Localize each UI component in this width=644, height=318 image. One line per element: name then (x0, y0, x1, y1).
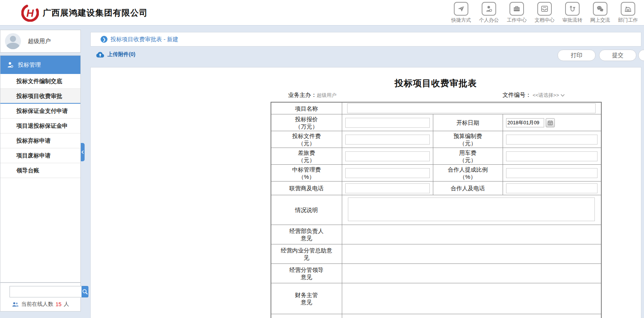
sidebar-item-leader-ledger[interactable]: 领导台账 (0, 163, 80, 178)
logo-h-icon: H (21, 4, 39, 22)
doc-fee-input[interactable] (345, 135, 430, 145)
search-icon (82, 289, 88, 295)
docno-label: 文件编号： (503, 92, 531, 99)
award-mgmt-fee-input[interactable] (345, 168, 430, 178)
form-title: 投标项目收费审批表 (271, 77, 601, 89)
sidebar-item-bid-management[interactable]: 投标管理 (0, 56, 80, 74)
form-meta-row: 业务主办：超级用户 文件编号： <<请选择>> (271, 92, 601, 100)
person-badge-icon (6, 61, 14, 69)
opinion-label-internal-assistant: 经营内业分管总助意见 (271, 244, 342, 264)
field-label-partner-phone: 合作人及电话 (433, 181, 503, 195)
toolbar-item-online-chat[interactable]: 网上交流 (587, 2, 613, 24)
sidebar-menu: 投标管理 投标文件编制交底 投标项目收费审批 投标保证金支付申请 项目退投标保证… (0, 55, 81, 283)
field-label-award-mgmt-fee: 中标管理费（%） (271, 165, 342, 181)
department-building-icon (621, 2, 635, 16)
field-label-partner-ratio: 合作人提成比例（%） (433, 165, 503, 181)
online-users-label: 当前在线人数 (21, 301, 53, 308)
docno-field: 文件编号： <<请选择>> (503, 92, 565, 99)
chevron-down-icon[interactable] (561, 94, 565, 97)
breadcrumb: ❯ 投标项目收费审批表 - 新建 (90, 32, 641, 47)
sidebar-search-box: 当前在线人数 15 人 (0, 283, 81, 312)
form-action-row: 上传附件(0) 打印 提交 (90, 47, 641, 66)
field-label-open-date: 开标日期 (433, 114, 503, 131)
online-users-count: 15 (56, 301, 62, 307)
toolbar-item-document-center[interactable]: 文档中心 (532, 2, 557, 24)
chat-bubbles-icon (593, 2, 607, 16)
people-icon (12, 302, 19, 307)
form-panel: 投标项目收费审批表 业务主办：超级用户 文件编号： <<请选择>> 项目名称 (90, 67, 641, 318)
field-label-joint-operator-phone: 联营商及电话 (271, 181, 342, 195)
paper-plane-icon (454, 2, 468, 16)
sidebar-item-label: 投标管理 (18, 61, 41, 69)
user-avatar (5, 33, 21, 49)
svg-text:H: H (26, 8, 34, 19)
budget-fee-input[interactable] (506, 135, 598, 145)
docno-select[interactable]: <<请选择>> (533, 92, 559, 99)
sidebar-item-bid-bond-refund[interactable]: 项目退投标保证金申 (0, 119, 80, 133)
toolbar-item-personal-office[interactable]: 个人办公 (476, 2, 502, 24)
opinion-cell-finance-director (342, 283, 601, 314)
partial-edge-button[interactable] (638, 50, 644, 61)
calendar-button[interactable] (546, 118, 555, 127)
opinion-label-dept-head: 经营部负责人意见 (271, 225, 342, 244)
handler-label: 业务主办： (288, 92, 317, 98)
breadcrumb-arrow-icon: ❯ (101, 36, 107, 43)
sidebar-item-bid-doc-briefing[interactable]: 投标文件编制交底 (0, 74, 80, 89)
travel-fee-input[interactable] (345, 151, 430, 161)
toolbar-item-department-work[interactable]: 部门工作 (615, 2, 641, 24)
field-label-bid-price: 投标报价（万元） (271, 114, 342, 131)
field-label-travel-fee: 差旅费（元） (271, 148, 342, 165)
user-card: 超级用户 (0, 30, 81, 53)
search-input[interactable] (10, 286, 82, 297)
online-users-suffix: 人 (64, 301, 69, 308)
toolbar-item-work-center[interactable]: 工作中心 (504, 2, 530, 24)
sidebar-item-bid-abandon[interactable]: 投标弃标申请 (0, 133, 80, 148)
upload-attachment-label: 上传附件(0) (107, 51, 135, 58)
partner-phone-input[interactable] (506, 183, 598, 193)
open-date-input[interactable] (506, 118, 544, 127)
toolbar-item-shortcuts[interactable]: 快捷方式 (448, 2, 474, 24)
approval-form-table: 项目名称 投标报价（万元） 开标日期 (271, 102, 602, 318)
field-label-project-name: 项目名称 (271, 102, 342, 114)
project-name-input[interactable] (347, 103, 596, 113)
field-label-budget-fee: 预算编制费（元） (433, 131, 503, 148)
partial-row-label-cell (271, 314, 342, 318)
sidebar-collapse-handle[interactable] (81, 143, 85, 161)
sidebar-item-bid-bond-payment[interactable]: 投标保证金支付申请 (0, 104, 80, 119)
field-label-situation: 情况说明 (271, 195, 342, 225)
cloud-upload-icon (96, 51, 105, 58)
joint-operator-phone-input[interactable] (345, 183, 430, 193)
calendar-icon (548, 120, 553, 125)
search-button[interactable] (82, 286, 88, 297)
user-name: 超级用户 (28, 38, 51, 45)
handler-value: 超级用户 (317, 92, 336, 98)
sidebar-item-bid-fee-approval[interactable]: 投标项目收费审批 (0, 89, 80, 104)
submit-button[interactable]: 提交 (599, 50, 636, 61)
opinion-cell-internal-assistant (342, 244, 601, 264)
opinion-label-leader: 经营分管领导意见 (271, 264, 342, 283)
field-label-vehicle-fee: 用车费（元） (433, 148, 503, 165)
chevron-left-icon (82, 150, 84, 154)
situation-textarea[interactable] (348, 198, 595, 221)
field-label-doc-fee: 投标文件费（元） (271, 131, 342, 148)
company-name: 广西展鸿建设集团有限公司 (43, 7, 148, 19)
upload-attachment-link[interactable]: 上传附件(0) (96, 51, 135, 58)
top-toolbar: 快捷方式 个人办公 工作中心 文档中心 (448, 2, 641, 24)
sidebar-item-bid-invalid[interactable]: 项目废标申请 (0, 148, 80, 163)
print-button[interactable]: 打印 (557, 50, 596, 61)
bid-price-input[interactable] (345, 118, 430, 128)
partner-ratio-input[interactable] (506, 168, 598, 178)
uturn-arrows-icon (565, 2, 580, 16)
person-icon (482, 2, 496, 16)
opinion-cell-leader (342, 264, 601, 283)
briefcase-icon (509, 2, 524, 16)
top-header: H 广西展鸿建设集团有限公司 快捷方式 个人办公 工作中心 (0, 0, 644, 26)
online-users-status: 当前在线人数 15 人 (0, 301, 80, 308)
breadcrumb-text: 投标项目收费审批表 - 新建 (111, 36, 178, 43)
handler-field: 业务主办：超级用户 (288, 92, 336, 99)
vehicle-fee-input[interactable] (506, 151, 598, 161)
opinion-label-finance-director: 财务主管意见 (271, 283, 342, 314)
opinion-cell-dept-head (342, 225, 601, 244)
document-tray-icon (537, 2, 552, 16)
toolbar-item-approval-flow[interactable]: 审批流转 (559, 2, 585, 24)
